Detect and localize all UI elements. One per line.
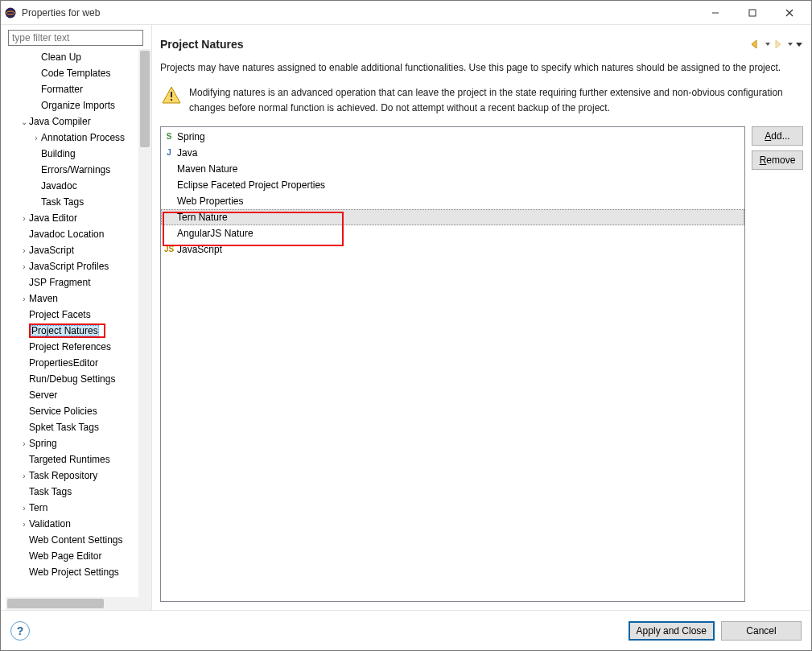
- page-description: Projects may have natures assigned to en…: [160, 56, 803, 82]
- tree-item[interactable]: Organize Imports: [6, 97, 138, 113]
- category-sidebar: Clean UpCode TemplatesFormatterOrganize …: [1, 25, 152, 610]
- forward-menu-icon[interactable]: [787, 39, 793, 49]
- tree-item[interactable]: Web Page Editor: [6, 548, 138, 564]
- vertical-scroll-thumb[interactable]: [140, 51, 150, 147]
- tree-item[interactable]: ›Task Repository: [6, 468, 138, 484]
- nature-row[interactable]: JJava: [161, 145, 744, 161]
- tree-item[interactable]: PropertiesEditor: [6, 355, 138, 371]
- tree-item-label: Maven: [29, 293, 58, 304]
- add-button[interactable]: Add...: [752, 126, 803, 146]
- tree-item[interactable]: Server: [6, 387, 138, 403]
- apply-close-button[interactable]: Apply and Close: [629, 621, 715, 641]
- tree-item[interactable]: Code Templates: [6, 65, 138, 81]
- nature-label: Web Properties: [177, 196, 243, 207]
- nature-row[interactable]: Web Properties: [161, 193, 744, 209]
- vertical-scrollbar[interactable]: [138, 49, 151, 597]
- natures-list[interactable]: SSpringJJavaMaven NatureEclipse Faceted …: [160, 126, 745, 602]
- eclipse-icon: [4, 6, 17, 19]
- tree-item[interactable]: JSP Fragment: [6, 274, 138, 290]
- tree-item-label: Spring: [29, 438, 57, 449]
- natures-buttons: Add... Remove: [752, 126, 803, 602]
- tree-item-label: Web Project Settings: [29, 567, 119, 578]
- main-panel: Project Natures Projects may have nature…: [152, 25, 811, 610]
- horizontal-scroll-thumb[interactable]: [7, 599, 104, 608]
- tree-item-label: Project Facets: [29, 309, 91, 320]
- twisty-icon: ›: [19, 504, 29, 513]
- close-button[interactable]: [771, 2, 808, 24]
- nature-icon: S: [164, 132, 174, 141]
- help-button[interactable]: ?: [10, 621, 30, 641]
- tree-item[interactable]: Task Tags: [6, 194, 138, 210]
- cancel-button[interactable]: Cancel: [721, 621, 802, 641]
- remove-button[interactable]: Remove: [752, 150, 803, 170]
- tree-item[interactable]: ›Validation: [6, 516, 138, 532]
- tree-item[interactable]: Javadoc: [6, 178, 138, 194]
- twisty-icon: ›: [19, 472, 29, 480]
- warning-banner: Modifying natures is an advanced operati…: [160, 82, 803, 124]
- tree-item[interactable]: Building: [6, 146, 138, 162]
- tree-item[interactable]: ›JavaScript: [6, 242, 138, 258]
- tree-item-label: PropertiesEditor: [29, 357, 98, 369]
- window-title: Properties for web: [22, 7, 697, 19]
- tree-item[interactable]: ›Tern: [6, 500, 138, 516]
- tree-item-label: JSP Fragment: [29, 277, 90, 288]
- tree-item[interactable]: ›Maven: [6, 290, 138, 307]
- nature-row[interactable]: Eclipse Faceted Project Properties: [161, 177, 744, 193]
- tree-item[interactable]: Web Project Settings: [6, 564, 138, 580]
- nature-row[interactable]: AngularJS Nature: [161, 225, 744, 241]
- back-icon[interactable]: [750, 39, 763, 49]
- nature-row[interactable]: Tern Nature: [161, 209, 744, 225]
- tree-item[interactable]: ›Spring: [6, 435, 138, 451]
- tree-item[interactable]: Spket Task Tags: [6, 419, 138, 435]
- minimize-button[interactable]: [697, 2, 734, 24]
- tree-item-label: Validation: [29, 518, 71, 529]
- tree-item[interactable]: Run/Debug Settings: [6, 371, 138, 387]
- tree-item[interactable]: Project Facets: [6, 307, 138, 323]
- tree-item[interactable]: ›Annotation Process: [6, 130, 138, 146]
- twisty-icon: ›: [19, 214, 29, 223]
- forward-icon[interactable]: [773, 39, 785, 49]
- nature-row[interactable]: Maven Nature: [161, 161, 744, 177]
- dialog-footer: ? Apply and Close Cancel: [1, 610, 811, 650]
- tree-item[interactable]: Javadoc Location: [6, 226, 138, 242]
- tree-item[interactable]: Task Tags: [6, 484, 138, 500]
- nature-label: Eclipse Faceted Project Properties: [177, 179, 325, 191]
- view-menu-icon[interactable]: [795, 39, 803, 49]
- tree-item[interactable]: ⌄Java Compiler: [6, 113, 138, 130]
- tree-item[interactable]: Targeted Runtimes: [6, 451, 138, 468]
- tree-item[interactable]: Web Content Settings: [6, 532, 138, 548]
- nature-label: Java: [177, 147, 197, 159]
- nav-icons: [750, 39, 803, 49]
- tree-item[interactable]: ›JavaScript Profiles: [6, 258, 138, 274]
- warning-text: Modifying natures is an advanced operati…: [189, 85, 803, 116]
- category-tree[interactable]: Clean UpCode TemplatesFormatterOrganize …: [6, 49, 138, 597]
- tree-item[interactable]: Project References: [6, 339, 138, 355]
- title-bar: Properties for web: [1, 1, 811, 25]
- back-menu-icon[interactable]: [765, 39, 771, 49]
- tree-item-label: Java Compiler: [29, 116, 91, 127]
- tree-item[interactable]: Errors/Warnings: [6, 162, 138, 178]
- twisty-icon: ⌄: [19, 117, 29, 126]
- tree-item-label: Errors/Warnings: [41, 164, 110, 175]
- tree-item[interactable]: Service Policies: [6, 403, 138, 419]
- tree-item[interactable]: Formatter: [6, 81, 138, 97]
- tree-item-label: Java Editor: [29, 212, 77, 224]
- tree-item-label: Service Policies: [29, 406, 97, 417]
- window-buttons: [697, 2, 808, 24]
- nature-label: Maven Nature: [177, 163, 237, 175]
- maximize-button[interactable]: [734, 2, 771, 24]
- nature-row[interactable]: SSpring: [161, 129, 744, 145]
- tree-item[interactable]: Clean Up: [6, 49, 138, 65]
- tree-item-label: JavaScript Profiles: [29, 261, 109, 272]
- horizontal-scrollbar[interactable]: [6, 597, 138, 610]
- tree-item-label: Organize Imports: [41, 100, 115, 111]
- natures-area: SSpringJJavaMaven NatureEclipse Faceted …: [160, 125, 803, 602]
- filter-input[interactable]: [8, 30, 143, 46]
- tree-item[interactable]: Project Natures: [6, 323, 138, 339]
- tree-item-label: Spket Task Tags: [29, 422, 99, 433]
- nature-row[interactable]: JSJavaScript: [161, 241, 744, 258]
- tree-item-label: Task Tags: [29, 486, 72, 497]
- tree-item[interactable]: ›Java Editor: [6, 210, 138, 226]
- twisty-icon: ›: [19, 439, 29, 448]
- tree-item-label: Server: [29, 389, 57, 401]
